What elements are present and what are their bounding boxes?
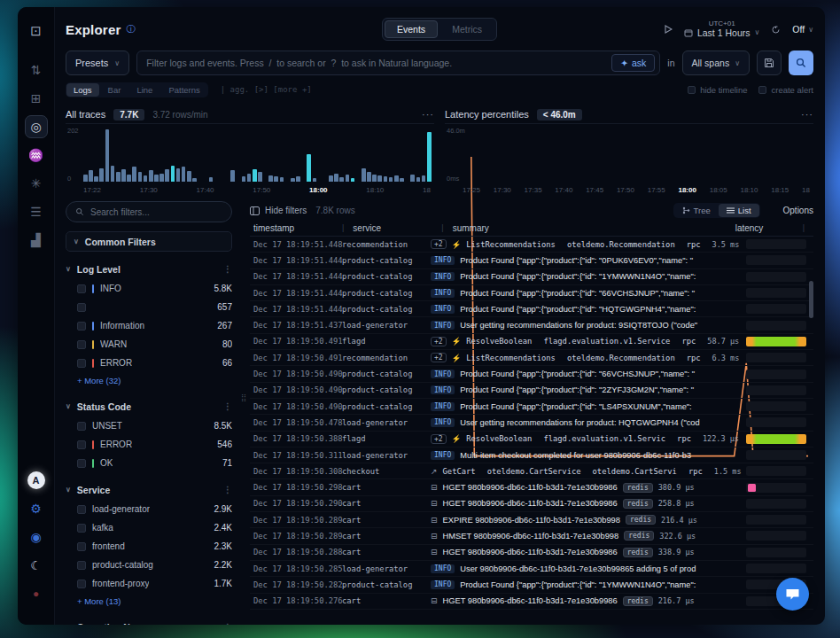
checkbox-icon[interactable] <box>77 303 86 312</box>
checkbox-icon[interactable] <box>77 359 86 368</box>
table-row[interactable]: Dec 17 18:19:50.285load-generatorINFOUse… <box>250 561 813 577</box>
table-row[interactable]: Dec 17 18:19:50.490product-catalogINFOPr… <box>250 366 813 382</box>
filter-item[interactable]: OK71 <box>66 454 232 472</box>
checkbox-icon[interactable] <box>77 440 86 449</box>
checkbox-icon[interactable] <box>77 580 86 588</box>
section-menu-icon[interactable]: ⋮ <box>223 264 232 274</box>
presets-button[interactable]: Presets ∨ <box>66 51 129 75</box>
panel-resize-handle[interactable]: ⁞⁞ <box>240 396 247 401</box>
table-row[interactable]: Dec 17 18:19:50.289cart⊟EXPIRE 980b9906-… <box>250 512 813 528</box>
checkbox-icon[interactable] <box>77 459 86 468</box>
filter-item[interactable]: product-catalog2.2K <box>66 556 232 574</box>
traces-chart-menu-icon[interactable]: ··· <box>422 109 434 120</box>
checkbox-icon[interactable] <box>77 524 86 533</box>
latency-chart-body[interactable]: 46.0m 0ms 17:2517:3017:3517:4017:4517:50… <box>445 127 813 194</box>
table-row[interactable]: Dec 17 18:19:50.288cart⊟HGET 980b9906-db… <box>250 545 813 561</box>
status-icon[interactable]: ◉ <box>25 525 48 549</box>
filter-item[interactable]: load-generator2.9K <box>66 500 232 518</box>
tab-events[interactable]: Events <box>385 20 438 38</box>
section-menu-icon[interactable]: ⋮ <box>223 485 232 494</box>
section-header[interactable]: ∨Common Filters <box>66 231 232 252</box>
time-range-picker[interactable]: UTC+01 Last 1 Hours ∨ <box>684 20 759 38</box>
section-header[interactable]: ∨Operation Name⋮ <box>66 617 232 625</box>
table-row[interactable]: Dec 17 18:19:51.444product-catalogINFOPr… <box>250 301 813 317</box>
table-row[interactable]: Dec 17 18:19:50.289cart⊟HMSET 980b9906-d… <box>250 528 813 544</box>
section-header[interactable]: ∨Status Code⋮ <box>66 396 232 416</box>
filter-item[interactable]: kafka2.4K <box>66 518 232 537</box>
table-row[interactable]: Dec 17 18:19:51.437load-generatorINFOUse… <box>250 317 813 333</box>
view-tab-patterns[interactable]: Patterns <box>161 83 206 97</box>
table-row[interactable]: Dec 17 18:19:50.478load-generatorINFOUse… <box>250 415 813 431</box>
list-view-icon[interactable]: ☰ <box>25 200 48 223</box>
table-row[interactable]: Dec 17 18:19:50.490product-catalogINFOPr… <box>250 399 813 415</box>
live-toggle[interactable]: Off ∨ <box>792 24 813 35</box>
record-icon[interactable]: ● <box>25 582 48 605</box>
view-tab-bar[interactable]: Bar <box>101 83 128 97</box>
filter-search-input[interactable]: Search filters... <box>66 201 232 222</box>
col-summary[interactable]: summary <box>453 223 735 233</box>
filter-item[interactable]: frontend-proxy1.7K <box>66 574 232 593</box>
view-tab-line[interactable]: Line <box>129 83 159 97</box>
col-latency[interactable]: latency <box>735 223 803 233</box>
explorer-compass-icon[interactable]: ◎ <box>25 115 48 138</box>
scope-dropdown[interactable]: All spans ∨ <box>682 51 750 75</box>
theme-moon-icon[interactable]: ☾ <box>25 554 48 577</box>
checkbox-icon[interactable] <box>77 542 86 551</box>
save-search-button[interactable] <box>757 51 782 75</box>
chat-button[interactable] <box>776 578 809 611</box>
filter-item[interactable]: ERROR66 <box>66 354 232 372</box>
traces-icon[interactable]: ♒ <box>25 144 48 167</box>
filter-item[interactable]: Information267 <box>66 316 232 335</box>
create-alert-checkbox[interactable]: create alert <box>758 85 813 95</box>
traces-chart-body[interactable]: 202 0 17:2217:3017:4017:5018:0018:1018 <box>66 127 434 194</box>
col-service[interactable]: service <box>353 223 441 233</box>
checkbox-icon[interactable] <box>77 322 86 331</box>
filter-item[interactable]: WARN80 <box>66 335 232 354</box>
checkbox-icon[interactable] <box>77 340 86 349</box>
table-row[interactable]: Dec 17 18:19:50.311load-generatorINFOMul… <box>250 447 813 463</box>
table-row[interactable]: Dec 17 18:19:50.491recommendation+2⚡List… <box>250 350 813 366</box>
table-row[interactable]: Dec 17 18:19:50.308checkout↗GetCartoteld… <box>250 463 813 479</box>
filter-item[interactable]: ERROR546 <box>66 435 232 454</box>
logo-icon[interactable]: ⊡ <box>25 19 48 43</box>
filter-item[interactable]: 657 <box>66 298 232 316</box>
table-row[interactable]: Dec 17 18:19:51.444product-catalogINFOPr… <box>250 253 813 268</box>
section-menu-icon[interactable]: ⋮ <box>223 401 232 411</box>
tree-view-button[interactable]: Tree <box>674 204 719 217</box>
play-icon[interactable] <box>664 25 673 34</box>
table-row[interactable]: Dec 17 18:19:50.282product-catalogINFOPr… <box>250 577 813 593</box>
avatar[interactable]: A <box>25 469 48 492</box>
metrics-chart-icon[interactable]: ▟ <box>25 229 48 252</box>
table-row[interactable]: Dec 17 18:19:50.490product-catalogINFOPr… <box>250 383 813 399</box>
tab-metrics[interactable]: Metrics <box>439 20 494 38</box>
checkbox-icon[interactable] <box>77 284 86 293</box>
table-row[interactable]: Dec 17 18:19:51.444product-catalogINFOPr… <box>250 269 813 285</box>
refresh-icon[interactable] <box>771 25 781 35</box>
run-search-button[interactable] <box>789 51 813 75</box>
settings-gear-icon[interactable]: ⚙ <box>25 497 48 520</box>
table-row[interactable]: Dec 17 18:19:50.298cart⊟HGET 980b9906-db… <box>250 479 813 495</box>
checkbox-icon[interactable] <box>77 561 86 570</box>
table-row[interactable]: Dec 17 18:19:50.290cart⊟HGET 980b9906-db… <box>250 496 813 512</box>
table-row[interactable]: Dec 17 18:19:51.444product-catalogINFOPr… <box>250 285 813 301</box>
table-row[interactable]: Dec 17 18:19:50.491flagd+2⚡ResolveBoolea… <box>250 334 813 350</box>
options-button[interactable]: Options <box>783 206 813 215</box>
filter-item[interactable]: INFO5.8K <box>66 279 232 298</box>
show-more-link[interactable]: + More (13) <box>66 593 232 610</box>
show-more-link[interactable]: + More (32) <box>66 372 232 389</box>
section-menu-icon[interactable]: ⋮ <box>223 622 232 625</box>
table-row[interactable]: Dec 17 18:19:50.388flagd+2⚡ResolveBoolea… <box>250 432 813 447</box>
list-view-button[interactable]: List <box>719 204 759 217</box>
table-row[interactable]: Dec 17 18:19:50.276cart⊟HGET 980b9906-db… <box>250 594 813 610</box>
ask-ai-button[interactable]: ✦ ask <box>611 54 655 72</box>
filter-item[interactable]: frontend2.3K <box>66 537 232 556</box>
collapse-rail-icon[interactable]: ⇅ <box>25 58 48 82</box>
checkbox-icon[interactable] <box>77 422 86 431</box>
filter-input[interactable] <box>136 51 660 75</box>
dashboards-icon[interactable]: ⊞ <box>25 87 48 110</box>
hide-filters-button[interactable]: Hide filters <box>250 206 307 215</box>
table-row[interactable]: Dec 17 18:19:51.448recommendation+2⚡List… <box>250 237 813 253</box>
alerts-icon[interactable]: ✳ <box>25 172 48 195</box>
view-tab-logs[interactable]: Logs <box>66 83 99 97</box>
section-header[interactable]: ∨Service⋮ <box>66 479 232 500</box>
